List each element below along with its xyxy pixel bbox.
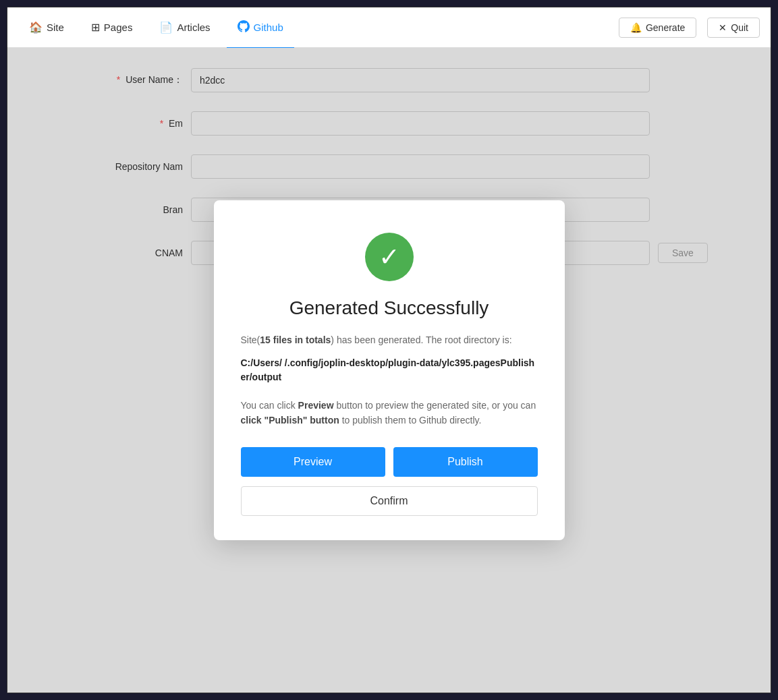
github-icon — [238, 20, 250, 35]
dialog-description: Site(15 files in totals) has been genera… — [241, 332, 538, 347]
confirm-button[interactable]: Confirm — [241, 486, 538, 516]
checkmark-icon: ✓ — [379, 244, 400, 270]
home-icon: 🏠 — [29, 21, 43, 34]
top-nav: 🏠 Site ⊞ Pages 📄 Articles Github 🔔 Gener… — [7, 7, 771, 48]
nav-item-site[interactable]: 🏠 Site — [18, 8, 75, 49]
generate-button[interactable]: 🔔 Generate — [619, 18, 696, 38]
app-window: 🏠 Site ⊞ Pages 📄 Articles Github 🔔 Gener… — [7, 7, 771, 693]
content-area: * User Name： * Em Repository Nam — [7, 48, 771, 693]
dialog-path: C:/Users/ /.config/joplin-desktop/plugin… — [241, 356, 538, 384]
nav-label-github: Github — [254, 22, 283, 33]
publish-button[interactable]: Publish — [393, 447, 538, 477]
pages-icon: ⊞ — [91, 21, 100, 34]
dialog-action-buttons: Preview Publish — [241, 447, 538, 477]
nav-item-pages[interactable]: ⊞ Pages — [80, 8, 144, 49]
nav-label-site: Site — [47, 22, 64, 33]
articles-icon: 📄 — [159, 21, 173, 34]
success-dialog: ✓ Generated Successfully Site(15 files i… — [214, 200, 565, 539]
nav-label-articles: Articles — [177, 22, 210, 33]
preview-button[interactable]: Preview — [241, 447, 385, 477]
nav-item-articles[interactable]: 📄 Articles — [148, 8, 221, 49]
dialog-title: Generated Successfully — [289, 297, 489, 319]
nav-item-github[interactable]: Github — [227, 8, 294, 49]
modal-overlay: ✓ Generated Successfully Site(15 files i… — [7, 48, 771, 693]
success-icon-circle: ✓ — [365, 233, 414, 281]
dialog-action-description: You can click Preview button to preview … — [241, 398, 538, 428]
quit-button[interactable]: ✕ Quit — [707, 18, 760, 38]
nav-label-pages: Pages — [104, 22, 133, 33]
bell-icon: 🔔 — [630, 22, 642, 33]
files-count: 15 files in totals — [260, 334, 331, 345]
preview-text-bold: Preview — [298, 400, 334, 411]
close-icon: ✕ — [719, 22, 727, 33]
publish-text-bold: click "Publish" button — [241, 415, 339, 426]
